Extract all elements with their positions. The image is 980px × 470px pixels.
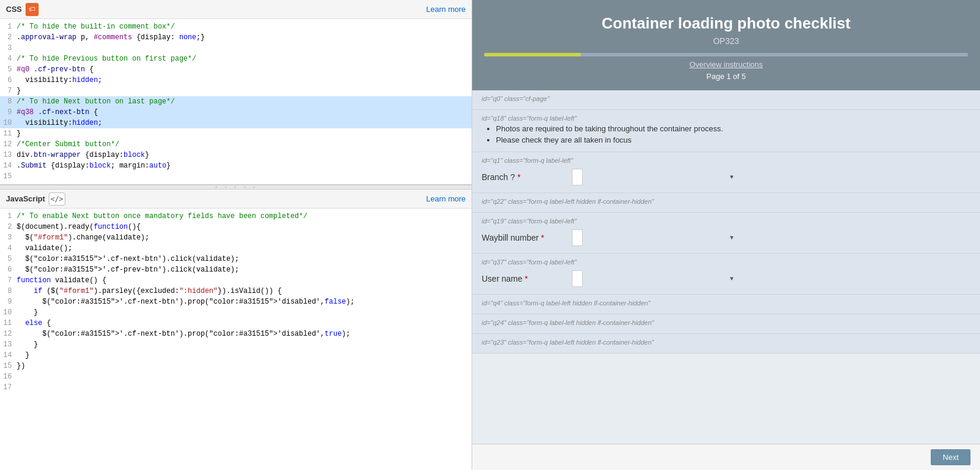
select-wrapper xyxy=(572,229,738,246)
line-content: $("#form1").change(validate); xyxy=(17,232,472,243)
css-line-14: 14.Submit {display:block; margin:auto} xyxy=(0,160,472,171)
form-row-id: id="q0" class="cf-page" xyxy=(482,95,970,102)
next-button[interactable]: Next xyxy=(931,449,970,465)
css-line-15: 15 xyxy=(0,171,472,182)
code-icon: </> xyxy=(49,193,65,206)
form-subtitle: OP323 xyxy=(484,36,968,46)
line-content: .approval-wrap p, #comments {display: no… xyxy=(17,32,472,43)
tag-icon: 🏷 xyxy=(26,3,39,16)
js-section-header: JavaScript </> Learn more xyxy=(0,190,472,209)
form-row: id="q1" class="form-q label-left"Branch … xyxy=(472,152,980,193)
field-label: Waybill number * xyxy=(482,233,565,242)
js-header-left: JavaScript </> xyxy=(6,193,65,206)
js-line-10: 10 } xyxy=(0,307,472,318)
js-code-area[interactable]: 1/* To enable Next button once mandatory… xyxy=(0,209,472,470)
line-content: /* To hide Next button on last page*/ xyxy=(17,96,472,107)
line-content: .Submit {display:block; margin:auto} xyxy=(17,160,472,171)
line-content: #q38 .cf-next-btn { xyxy=(17,107,472,118)
line-content: /* To hide the built-in comment box*/ xyxy=(17,21,472,32)
field-label: User name * xyxy=(482,274,565,283)
line-number: 10 xyxy=(0,307,17,318)
line-content: else { xyxy=(17,318,472,329)
select-wrapper xyxy=(572,270,738,287)
line-number: 10 xyxy=(0,118,17,128)
line-number: 7 xyxy=(0,86,17,96)
field-row: Waybill number * xyxy=(482,227,970,248)
line-number: 6 xyxy=(0,75,17,86)
line-number: 15 xyxy=(0,171,17,182)
css-line-6: 6 visibility:hidden; xyxy=(0,75,472,86)
username-select[interactable] xyxy=(572,270,583,287)
css-section: CSS 🏷 Learn more 1/* To hide the built-i… xyxy=(0,0,472,185)
css-line-7: 7} xyxy=(0,86,472,96)
css-learn-more-link[interactable]: Learn more xyxy=(426,5,466,14)
js-label: JavaScript xyxy=(6,194,45,203)
line-number: 15 xyxy=(0,361,17,371)
line-content: $(document).ready(function(){ xyxy=(17,222,472,232)
css-line-8: 8/* To hide Next button on last page*/ xyxy=(0,96,472,107)
line-number: 2 xyxy=(0,32,17,43)
progress-bar-fill xyxy=(484,53,581,56)
js-learn-more-link[interactable]: Learn more xyxy=(426,194,466,203)
js-line-14: 14 } xyxy=(0,350,472,361)
waybill-select[interactable] xyxy=(572,229,583,246)
css-line-3: 3 xyxy=(0,43,472,53)
line-content: $("color:#a31515">'.cf-next-btn').prop("… xyxy=(17,296,472,307)
line-number: 17 xyxy=(0,382,17,393)
js-line-1: 1/* To enable Next button once mandatory… xyxy=(0,211,472,222)
form-row: id="q24" class="form-q label-left hidden… xyxy=(472,314,980,334)
line-content: /* To hide Previous button on first page… xyxy=(17,53,472,64)
line-number: 1 xyxy=(0,21,17,32)
line-content: #q0 .cf-prev-btn { xyxy=(17,64,472,75)
css-label: CSS xyxy=(6,5,22,14)
css-line-9: 9#q38 .cf-next-btn { xyxy=(0,107,472,118)
line-content: $("color:#a31515">'.cf-next-btn').click(… xyxy=(17,254,472,264)
form-row: id="q18" class="form-q label-left"Photos… xyxy=(472,110,980,152)
js-line-7: 7function validate() { xyxy=(0,275,472,286)
field-row: User name * xyxy=(482,268,970,289)
form-row-id: id="q19" class="form-q label-left" xyxy=(482,217,970,225)
resize-handle[interactable]: · · · · · xyxy=(0,185,472,190)
line-number: 1 xyxy=(0,211,17,222)
form-row-id: id="q24" class="form-q label-left hidden… xyxy=(482,319,970,326)
form-row-id: id="q37" class="form-q label-left" xyxy=(482,258,970,266)
line-number: 9 xyxy=(0,296,17,307)
form-row-id: id="q4" class="form-q label-left hidden … xyxy=(482,299,970,307)
css-line-10: 10 visibility:hidden; xyxy=(0,118,472,128)
form-row-id: id="q22" class="form-q label-left hidden… xyxy=(482,198,970,205)
form-title: Container loading photo checklist xyxy=(484,14,968,33)
line-content: visibility:hidden; xyxy=(17,75,472,86)
js-line-3: 3 $("#form1").change(validate); xyxy=(0,232,472,243)
line-number: 8 xyxy=(0,286,17,296)
form-row-id: id="q18" class="form-q label-left" xyxy=(482,115,970,122)
line-number: 4 xyxy=(0,53,17,64)
line-number: 4 xyxy=(0,243,17,254)
line-content xyxy=(17,371,472,382)
form-row: id="q22" class="form-q label-left hidden… xyxy=(472,193,980,213)
form-row: id="q23" class="form-q label-left hidden… xyxy=(472,334,980,354)
page-indicator: Page 1 of 5 xyxy=(484,72,968,81)
line-content: } xyxy=(17,86,472,96)
css-line-2: 2.approval-wrap p, #comments {display: n… xyxy=(0,32,472,43)
form-header: Container loading photo checklist OP323 … xyxy=(472,0,980,90)
line-content: /*Center Submit button*/ xyxy=(17,139,472,150)
line-number: 3 xyxy=(0,43,17,53)
css-header-left: CSS 🏷 xyxy=(6,3,39,16)
js-line-9: 9 $("color:#a31515">'.cf-next-btn').prop… xyxy=(0,296,472,307)
css-code-area[interactable]: 1/* To hide the built-in comment box*/2.… xyxy=(0,19,472,184)
form-row-id: id="q23" class="form-q label-left hidden… xyxy=(482,339,970,346)
js-line-5: 5 $("color:#a31515">'.cf-next-btn').clic… xyxy=(0,254,472,264)
line-number: 13 xyxy=(0,150,17,160)
progress-bar-container xyxy=(484,53,968,56)
form-row: id="q37" class="form-q label-left"User n… xyxy=(472,254,980,295)
overview-link[interactable]: Overview instructions xyxy=(690,60,763,69)
css-line-11: 11} xyxy=(0,128,472,139)
line-content: div.btn-wrapper {display:block} xyxy=(17,150,472,160)
branch-select[interactable] xyxy=(572,169,583,185)
right-panel: Container loading photo checklist OP323 … xyxy=(472,0,980,470)
form-row: id="q19" class="form-q label-left"Waybil… xyxy=(472,213,980,254)
line-content: } xyxy=(17,339,472,350)
js-line-15: 15}) xyxy=(0,361,472,371)
line-content xyxy=(17,171,472,182)
js-line-16: 16 xyxy=(0,371,472,382)
